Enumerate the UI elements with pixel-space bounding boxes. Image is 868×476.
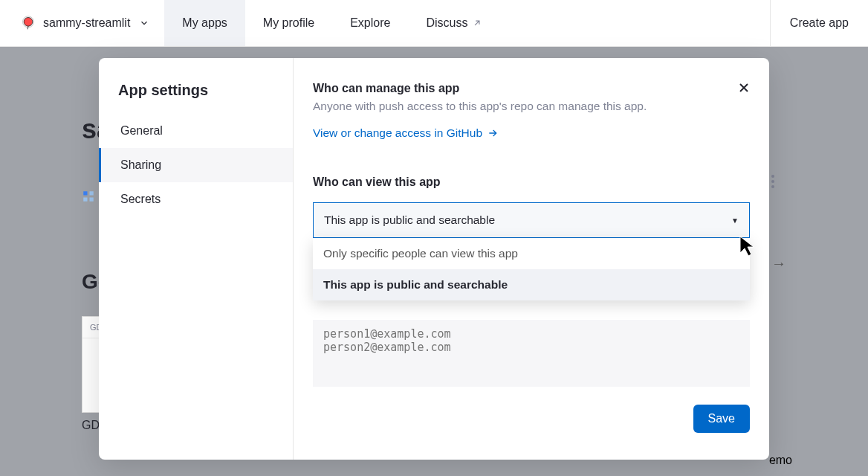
app-settings-modal: App settings General Sharing Secrets Who… <box>99 58 769 460</box>
chevron-down-icon <box>139 18 149 28</box>
create-app-button[interactable]: Create app <box>770 0 868 46</box>
sidebar-item-secrets[interactable]: Secrets <box>99 182 293 216</box>
manage-section-title: Who can manage this app <box>313 82 750 95</box>
arrow-right-icon: → <box>771 255 786 272</box>
svg-rect-5 <box>83 198 87 202</box>
bg-card-label-right: emo <box>769 454 792 467</box>
nav-my-apps[interactable]: My apps <box>164 0 244 46</box>
visibility-selected-label: This app is public and searchable <box>324 213 495 227</box>
viewer-emails-input[interactable] <box>313 320 750 387</box>
svg-rect-4 <box>90 191 94 195</box>
arrow-right-icon <box>487 127 499 139</box>
workspace-switcher[interactable]: sammy-streamlit <box>0 0 164 46</box>
visibility-select[interactable]: This app is public and searchable ▼ <box>313 202 750 238</box>
workspace-name: sammy-streamlit <box>43 16 130 30</box>
nav-my-profile[interactable]: My profile <box>245 0 332 46</box>
modal-sidebar: App settings General Sharing Secrets <box>99 58 294 460</box>
external-link-icon <box>472 18 482 28</box>
sidebar-item-sharing[interactable]: Sharing <box>99 148 293 182</box>
grid-view-icon <box>82 190 95 203</box>
streamlit-logo-icon <box>21 16 36 30</box>
nav-explore[interactable]: Explore <box>332 0 408 46</box>
manage-section-subtitle: Anyone with push access to this app's re… <box>313 100 750 113</box>
view-section-title: Who can view this app <box>313 176 750 189</box>
visibility-option-public[interactable]: This app is public and searchable <box>313 269 750 300</box>
save-button[interactable]: Save <box>693 405 750 433</box>
modal-main: Who can manage this app Anyone with push… <box>294 58 769 460</box>
svg-rect-3 <box>83 191 87 195</box>
sidebar-item-general[interactable]: General <box>99 114 293 148</box>
visibility-option-private[interactable]: Only specific people can view this app <box>313 238 750 269</box>
nav-discuss[interactable]: Discuss <box>408 0 500 46</box>
kebab-menu-icon <box>771 175 786 188</box>
visibility-dropdown: Only specific people can view this app T… <box>313 238 750 300</box>
github-access-link[interactable]: View or change access in GitHub <box>313 126 499 140</box>
close-icon[interactable] <box>736 80 751 95</box>
modal-title: App settings <box>99 82 293 114</box>
caret-down-icon: ▼ <box>731 216 739 225</box>
topbar: sammy-streamlit My apps My profile Explo… <box>0 0 868 47</box>
svg-rect-6 <box>90 198 94 202</box>
